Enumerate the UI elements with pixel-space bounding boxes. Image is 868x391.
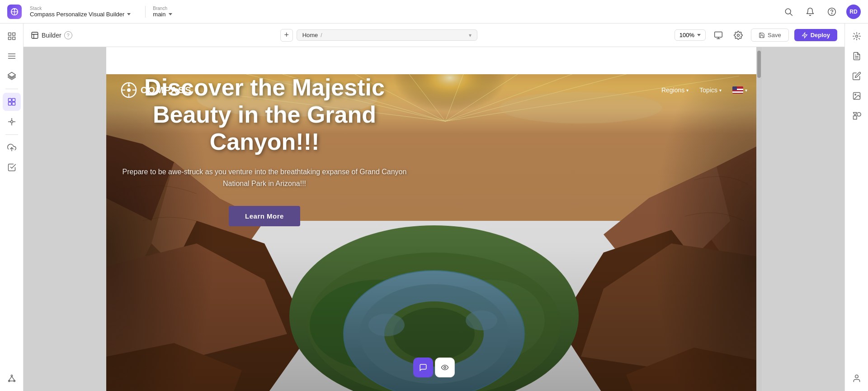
sidebar-divider-1	[5, 89, 18, 89]
right-sidebar-user[interactable]	[848, 369, 866, 387]
svg-point-6	[828, 8, 836, 15]
stack-label: Stack	[30, 6, 131, 11]
canvas-scrollbar-thumb[interactable]	[757, 51, 761, 78]
desktop-view-button[interactable]	[711, 28, 726, 43]
sidebar-item-checklist[interactable]	[3, 158, 21, 176]
site-nav: COMPASS Regions ▾ Topics ▾	[106, 74, 762, 106]
site-nav-right: Regions ▾ Topics ▾ ▾	[661, 86, 747, 94]
site-logo-text: COMPASS	[141, 85, 192, 95]
page-path: /	[321, 32, 322, 38]
svg-rect-93	[853, 116, 857, 119]
right-sidebar-shapes[interactable]	[848, 107, 866, 125]
hero-subtitle: Prepare to be awe-struck as you venture …	[115, 166, 414, 189]
brand-section: Stack Compass Personalize Visual Builder	[7, 5, 131, 19]
sidebar-item-network[interactable]	[3, 369, 21, 387]
branch-label: Branch	[153, 6, 172, 11]
sidebar-item-layers[interactable]	[3, 67, 21, 85]
language-chevron-icon: ▾	[745, 88, 747, 93]
left-sidebar	[0, 24, 24, 391]
page-settings-button[interactable]	[731, 28, 745, 43]
page-dropdown-chevron: ▾	[469, 32, 472, 38]
sidebar-item-components[interactable]	[3, 93, 21, 111]
deploy-button[interactable]: Deploy	[794, 29, 837, 41]
sidebar-item-grid[interactable]	[3, 27, 21, 45]
brand-icon[interactable]	[7, 5, 22, 19]
user-avatar[interactable]: RD	[846, 5, 861, 19]
svg-rect-18	[8, 102, 11, 105]
svg-point-81	[127, 88, 131, 92]
svg-point-87	[444, 367, 446, 369]
help-button[interactable]	[825, 5, 839, 19]
zoom-chevron-icon	[697, 34, 701, 36]
flag-icon	[732, 86, 743, 94]
svg-rect-10	[8, 37, 11, 40]
regions-chevron-icon: ▾	[686, 88, 689, 93]
svg-point-92	[854, 94, 856, 95]
builder-help-icon[interactable]: ?	[64, 31, 72, 39]
site-logo-icon	[121, 82, 137, 98]
svg-rect-19	[12, 102, 15, 105]
svg-point-86	[128, 85, 130, 87]
main-layout: Builder ? + Home / ▾ 100%	[0, 24, 868, 391]
top-bar-right: RD	[781, 5, 861, 19]
svg-rect-8	[8, 33, 11, 36]
search-button[interactable]	[781, 5, 796, 19]
svg-line-30	[12, 377, 14, 380]
svg-rect-32	[32, 32, 38, 38]
canvas-area: COMPASS Regions ▾ Topics ▾	[24, 47, 844, 391]
right-sidebar-settings[interactable]	[848, 27, 866, 45]
sidebar-item-upload[interactable]	[3, 138, 21, 157]
svg-line-5	[790, 13, 793, 15]
toolbar-right: 100% Save Deploy	[675, 28, 837, 43]
sidebar-divider-2	[5, 134, 18, 135]
branch-chevron-icon	[169, 13, 172, 15]
page-selector-dropdown[interactable]: Home / ▾	[297, 29, 477, 41]
svg-rect-35	[715, 32, 722, 37]
builder-label: Builder ?	[31, 31, 72, 39]
right-sidebar-page[interactable]	[848, 47, 866, 65]
right-sidebar-edit[interactable]	[848, 67, 866, 85]
svg-point-88	[855, 35, 858, 38]
sidebar-item-layout[interactable]	[3, 47, 21, 65]
save-button[interactable]: Save	[751, 29, 789, 42]
svg-marker-95	[853, 113, 857, 116]
notifications-button[interactable]	[803, 5, 817, 19]
page-selector: + Home / ▾	[89, 29, 669, 42]
branch-section: Branch main	[145, 6, 172, 18]
stack-info: Stack Compass Personalize Visual Builder	[26, 6, 131, 18]
svg-marker-39	[802, 33, 807, 38]
add-page-button[interactable]: +	[280, 29, 293, 42]
right-sidebar	[844, 24, 868, 391]
topics-chevron-icon: ▾	[719, 88, 722, 93]
comment-mode-button[interactable]	[413, 358, 433, 377]
zoom-selector[interactable]: 100%	[675, 29, 706, 41]
preview-mode-button[interactable]	[435, 358, 455, 377]
builder-area: Builder ? + Home / ▾ 100%	[24, 24, 844, 391]
svg-rect-9	[12, 33, 15, 36]
svg-rect-16	[8, 99, 11, 102]
svg-rect-79	[581, 74, 762, 391]
canvas-bottom-controls	[413, 358, 455, 377]
site-logo: COMPASS	[121, 82, 192, 98]
top-bar: Stack Compass Personalize Visual Builder…	[0, 0, 868, 24]
svg-point-38	[737, 34, 740, 36]
svg-line-29	[9, 377, 12, 380]
stack-name[interactable]: Compass Personalize Visual Builder	[30, 11, 131, 18]
nav-item-topics[interactable]: Topics ▾	[699, 86, 722, 94]
svg-rect-11	[12, 37, 15, 40]
sidebar-item-connections[interactable]	[3, 113, 21, 131]
website-preview: COMPASS Regions ▾ Topics ▾	[106, 74, 762, 391]
top-bar-left: Stack Compass Personalize Visual Builder…	[7, 5, 172, 19]
branch-name[interactable]: main	[153, 11, 172, 18]
learn-more-button[interactable]: Learn More	[229, 206, 300, 226]
svg-rect-17	[12, 99, 15, 102]
page-name: Home	[302, 32, 318, 38]
nav-item-language[interactable]: ▾	[732, 86, 747, 94]
svg-point-94	[857, 113, 860, 116]
preview-frame: COMPASS Regions ▾ Topics ▾	[106, 47, 762, 391]
svg-point-96	[855, 375, 858, 378]
svg-point-3	[14, 9, 15, 10]
nav-item-regions[interactable]: Regions ▾	[661, 86, 689, 94]
zoom-level: 100%	[679, 32, 694, 38]
right-sidebar-image[interactable]	[848, 87, 866, 105]
